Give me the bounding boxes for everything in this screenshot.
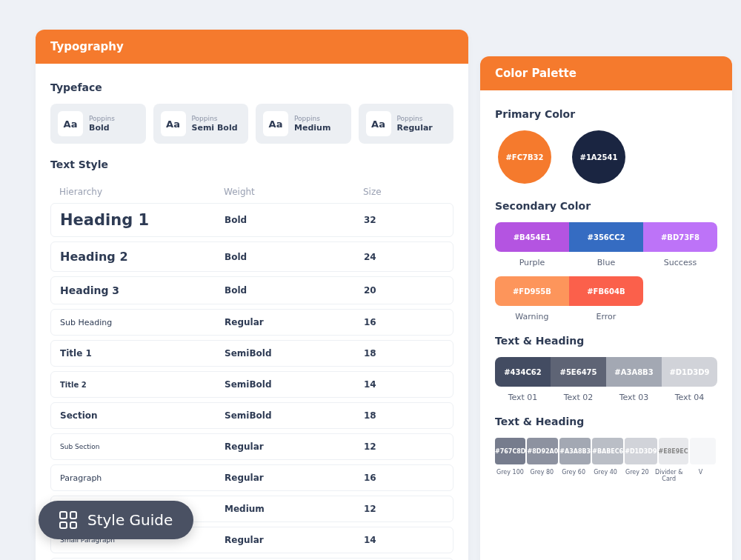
grey-swatch: #8D92A0 bbox=[527, 438, 558, 464]
textstyle-row: ParagraphRegular16 bbox=[50, 464, 453, 491]
row-weight: SemiBold bbox=[225, 379, 364, 390]
row-weight: Regular bbox=[225, 317, 364, 327]
textstyle-row: Heading 1Bold32 bbox=[50, 203, 453, 237]
row-size: 16 bbox=[364, 317, 444, 327]
grid-icon bbox=[59, 511, 77, 529]
grey-swatch: #E8E9EC bbox=[659, 438, 688, 464]
row-weight: Bold bbox=[225, 285, 364, 296]
color-swatch: #356CC2 bbox=[569, 222, 643, 252]
row-size: 14 bbox=[364, 379, 444, 390]
row-hierarchy: Paragraph bbox=[60, 473, 225, 483]
color-swatch: #BD73F8 bbox=[643, 222, 717, 252]
style-guide-pill[interactable]: Style Guide bbox=[39, 501, 193, 539]
row-size: 12 bbox=[364, 441, 444, 452]
row-hierarchy: Heading 3 bbox=[60, 284, 225, 296]
row-hierarchy: Title 2 bbox=[60, 381, 225, 389]
row-size: 14 bbox=[364, 535, 444, 545]
row-weight: Regular bbox=[225, 473, 364, 483]
typeface-name: Poppins bbox=[397, 115, 433, 122]
row-weight: Regular bbox=[225, 441, 364, 452]
typeface-heading: Typeface bbox=[50, 81, 453, 93]
secondary-heading: Secondary Color bbox=[495, 200, 717, 212]
swatch-label: Text 02 bbox=[551, 393, 606, 402]
row-size: 16 bbox=[364, 473, 444, 483]
row-size: 18 bbox=[364, 410, 444, 421]
color-swatch: #5E6475 bbox=[551, 357, 606, 387]
row-hierarchy: Heading 2 bbox=[60, 250, 225, 264]
primary-heading: Primary Color bbox=[495, 108, 717, 120]
textstyle-heading: Text Style bbox=[50, 159, 453, 170]
typography-card: Typography Typeface AaPoppinsBoldAaPoppi… bbox=[36, 30, 468, 560]
typeface-item: AaPoppinsSemi Bold bbox=[153, 104, 249, 144]
textstyle-row: Heading 3Bold20 bbox=[50, 276, 453, 304]
swatch-label: Blue bbox=[569, 258, 643, 267]
typeface-sample: Aa bbox=[366, 111, 391, 136]
textstyle-row: SectionSemiBold18 bbox=[50, 402, 453, 429]
typeface-weight: Bold bbox=[89, 123, 115, 133]
swatch-label: Text 01 bbox=[495, 393, 551, 402]
grey-label: Grey 40 bbox=[591, 469, 621, 482]
grey-label: Grey 60 bbox=[559, 469, 589, 482]
grey-swatch: #D1D3D9 bbox=[625, 438, 657, 464]
primary-swatch: #FC7B32 bbox=[498, 130, 551, 184]
palette-title: Color Palette bbox=[480, 56, 732, 90]
textheading-heading: Text & Heading bbox=[495, 335, 717, 347]
typeface-sample: Aa bbox=[58, 111, 83, 136]
grey-swatch: #A3A8B3 bbox=[559, 438, 591, 464]
grey-label: Grey 80 bbox=[527, 469, 557, 482]
row-size: 18 bbox=[364, 348, 444, 359]
row-weight: Regular bbox=[225, 535, 364, 545]
row-weight: SemiBold bbox=[225, 348, 364, 359]
row-hierarchy: Section bbox=[60, 410, 225, 421]
row-size: 32 bbox=[364, 215, 444, 225]
row-hierarchy: Sub Heading bbox=[60, 318, 225, 327]
grey-label: V bbox=[685, 469, 716, 482]
color-swatch: #434C62 bbox=[495, 357, 551, 387]
swatch-label: Text 04 bbox=[662, 393, 717, 402]
swatch-label: Error bbox=[569, 312, 643, 321]
textstyle-row: Title 1SemiBold18 bbox=[50, 340, 453, 367]
typeface-weight: Regular bbox=[397, 123, 433, 133]
col-size: Size bbox=[363, 187, 445, 197]
row-size: 20 bbox=[364, 285, 444, 296]
col-weight: Weight bbox=[224, 187, 363, 197]
color-swatch: #A3A8B3 bbox=[606, 357, 662, 387]
textstyle-row: Sub SectionRegular12 bbox=[50, 433, 453, 460]
row-weight: Bold bbox=[225, 252, 364, 262]
grey-swatch bbox=[690, 438, 716, 464]
pill-label: Style Guide bbox=[87, 511, 173, 529]
typeface-sample: Aa bbox=[263, 111, 288, 136]
table-header: Hierarchy Weight Size bbox=[50, 181, 453, 203]
typeface-name: Poppins bbox=[192, 115, 238, 122]
row-size: 24 bbox=[364, 252, 444, 262]
row-hierarchy: Heading 1 bbox=[60, 211, 225, 229]
typeface-name: Poppins bbox=[294, 115, 330, 122]
row-weight: Bold bbox=[225, 215, 364, 225]
textstyle-row: Sub HeadingRegular16 bbox=[50, 309, 453, 336]
typeface-sample: Aa bbox=[161, 111, 186, 136]
row-size: 12 bbox=[364, 504, 444, 514]
swatch-label: Warning bbox=[495, 312, 569, 321]
color-swatch: #D1D3D9 bbox=[662, 357, 717, 387]
swatch-label: Success bbox=[643, 258, 717, 267]
palette-card: Color Palette Primary Color #FC7B32#1A25… bbox=[480, 56, 732, 560]
typeface-item: AaPoppinsBold bbox=[50, 104, 146, 144]
grey-swatch: #BABEC6 bbox=[592, 438, 623, 464]
row-weight: Medium bbox=[225, 504, 364, 514]
typography-title: Typography bbox=[36, 30, 468, 64]
typeface-name: Poppins bbox=[89, 115, 115, 122]
col-hierarchy: Hierarchy bbox=[59, 187, 224, 197]
typeface-weight: Medium bbox=[294, 123, 330, 133]
typeface-weight: Semi Bold bbox=[192, 123, 238, 133]
greys-heading: Text & Heading bbox=[495, 416, 717, 427]
row-hierarchy: Sub Section bbox=[60, 443, 225, 450]
typeface-item: AaPoppinsRegular bbox=[359, 104, 454, 144]
grey-label: Divider & Card bbox=[654, 469, 684, 482]
grey-label: Grey 20 bbox=[622, 469, 652, 482]
color-swatch: #B454E1 bbox=[495, 222, 569, 252]
primary-swatch: #1A2541 bbox=[572, 130, 625, 184]
swatch-label: Purple bbox=[495, 258, 569, 267]
typeface-item: AaPoppinsMedium bbox=[256, 104, 351, 144]
color-swatch: #FD955B bbox=[495, 276, 569, 306]
row-hierarchy: Title 1 bbox=[60, 348, 225, 359]
